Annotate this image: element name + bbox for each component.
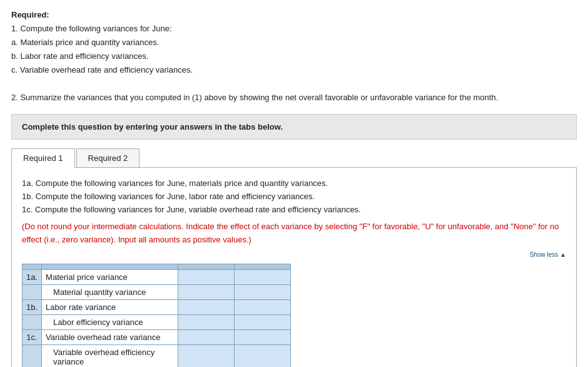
- row-id-cell: [23, 285, 42, 300]
- value2-input[interactable]: [238, 333, 286, 342]
- row-value2-cell[interactable]: [235, 345, 291, 367]
- tab1-instr-1a: 1a. Compute the following variances for …: [22, 177, 566, 190]
- instr-line-2: a. Materials price and quantity variance…: [11, 38, 159, 47]
- value2-input[interactable]: [238, 302, 286, 312]
- row-id-cell: 1a.: [23, 270, 42, 285]
- value1-input[interactable]: [182, 318, 230, 327]
- row-value1-cell[interactable]: [178, 300, 235, 315]
- row-label-cell: Material quantity variance: [42, 285, 178, 300]
- row-value2-cell[interactable]: [235, 285, 291, 300]
- row-value2-cell[interactable]: [235, 270, 291, 285]
- row-label-cell: Labor rate variance: [42, 300, 178, 315]
- row-id-cell: [23, 345, 42, 367]
- tab-required1[interactable]: Required 1: [11, 148, 75, 168]
- value1-input[interactable]: [182, 272, 230, 282]
- instr-line-3: b. Labor rate and efficiency variances.: [11, 51, 148, 61]
- tab1-instr-1b: 1b. Compute the following variances for …: [22, 190, 566, 203]
- value2-input[interactable]: [238, 318, 286, 327]
- value1-input[interactable]: [182, 353, 230, 362]
- row-id-cell: 1c.: [23, 330, 42, 345]
- row-value1-cell[interactable]: [178, 345, 235, 367]
- row-value2-cell[interactable]: [235, 315, 291, 330]
- value1-input[interactable]: [182, 287, 230, 297]
- instr-line-1: 1. Compute the following variances for J…: [11, 24, 172, 33]
- col-label-header: [42, 264, 178, 270]
- complete-box-text: Complete this question by entering your …: [22, 122, 283, 132]
- required-heading: Required: 1. Compute the following varia…: [11, 10, 577, 105]
- tab-required2[interactable]: Required 2: [76, 148, 140, 167]
- col-val2-header: [235, 264, 291, 270]
- table-row: 1a.Material price variance: [23, 270, 291, 285]
- row-value2-cell[interactable]: [235, 300, 291, 315]
- instr-line-6: 2. Summarize the variances that you comp…: [11, 93, 498, 102]
- col-val1-header: [178, 264, 235, 270]
- table-row: Labor efficiency variance: [23, 315, 291, 330]
- value2-input[interactable]: [238, 287, 286, 297]
- required-label-text: Required:: [11, 10, 577, 19]
- row-label-cell: Labor efficiency variance: [42, 315, 178, 330]
- show-less-button[interactable]: Show less ▲: [22, 250, 566, 259]
- table-row: Material quantity variance: [23, 285, 291, 300]
- tab1-red-note: (Do not round your intermediate calculat…: [22, 220, 566, 247]
- tab1-instr-1c: 1c. Compute the following variances for …: [22, 203, 566, 216]
- table-row: 1c.Variable overhead rate variance: [23, 330, 291, 345]
- row-id-cell: [23, 315, 42, 330]
- row-value1-cell[interactable]: [178, 330, 235, 345]
- instructions-block: 1. Compute the following variances for J…: [11, 22, 577, 105]
- table-row: 1b.Labor rate variance: [23, 300, 291, 315]
- tab1-content: 1a. Compute the following variances for …: [11, 168, 577, 367]
- row-value1-cell[interactable]: [178, 270, 235, 285]
- row-value1-cell[interactable]: [178, 315, 235, 330]
- value2-input[interactable]: [238, 272, 286, 282]
- table-row: Variable overhead efficiency variance: [23, 345, 291, 367]
- row-label-cell: Material price variance: [42, 270, 178, 285]
- variance-table: 1a.Material price varianceMaterial quant…: [22, 264, 291, 367]
- row-label-cell: Variable overhead rate variance: [42, 330, 178, 345]
- instr-line-4: c. Variable overhead rate and efficiency…: [11, 65, 193, 75]
- value1-input[interactable]: [182, 333, 230, 342]
- row-value2-cell[interactable]: [235, 330, 291, 345]
- table-header-row: [23, 264, 291, 270]
- value1-input[interactable]: [182, 302, 230, 312]
- value2-input[interactable]: [238, 353, 286, 362]
- row-value1-cell[interactable]: [178, 285, 235, 300]
- tabs-row: Required 1 Required 2: [11, 148, 577, 168]
- tab1-instructions: 1a. Compute the following variances for …: [22, 177, 566, 217]
- row-label-cell: Variable overhead efficiency variance: [42, 345, 178, 367]
- complete-box: Complete this question by entering your …: [11, 114, 577, 140]
- col-id-header: [23, 264, 42, 270]
- row-id-cell: 1b.: [23, 300, 42, 315]
